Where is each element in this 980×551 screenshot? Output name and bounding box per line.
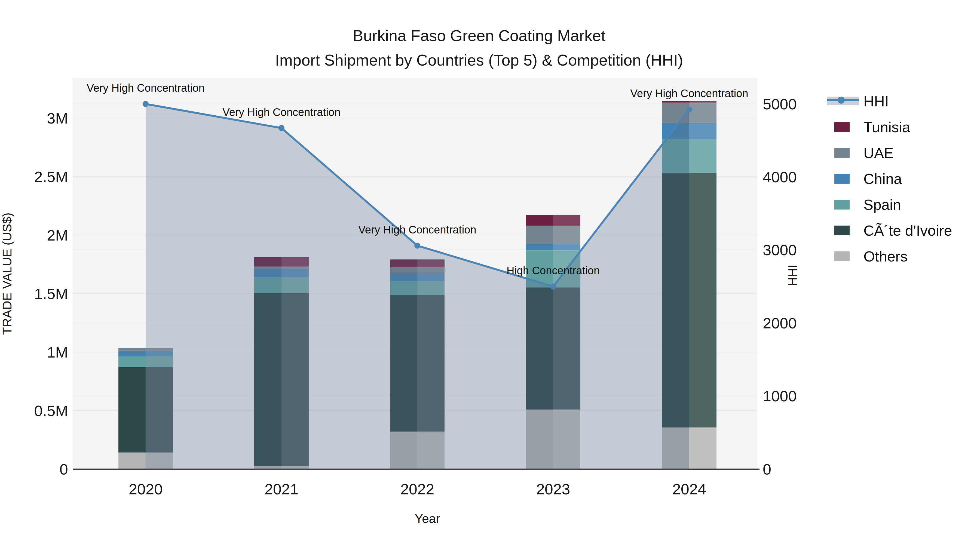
bar-2023-China[interactable] bbox=[526, 245, 581, 251]
y-left-axis-title: TRADE VALUE (US$) bbox=[0, 213, 14, 335]
legend-swatch bbox=[834, 200, 850, 210]
y-right-tick-label: 3000 bbox=[763, 241, 797, 259]
legend-swatch bbox=[834, 174, 850, 184]
y-right-tick-label: 5000 bbox=[763, 95, 797, 113]
y-right-axis-title: HHI bbox=[786, 265, 800, 286]
legend-item-China[interactable]: China bbox=[834, 171, 902, 187]
hhi-point-2020[interactable] bbox=[143, 101, 149, 107]
annotation-2021: Very High Concentration bbox=[223, 106, 340, 118]
y-left-tick-label: 1M bbox=[47, 344, 68, 361]
bar-segment-left bbox=[118, 367, 146, 453]
legend-label: Spain bbox=[864, 197, 901, 213]
bar-segment-left bbox=[526, 215, 553, 226]
legend-item-CÃ´te d'Ivoire[interactable]: CÃ´te d'Ivoire bbox=[834, 222, 952, 239]
x-tick-label-2021: 2021 bbox=[265, 481, 299, 498]
bar-segment-left bbox=[118, 351, 146, 356]
annotation-2023: High Concentration bbox=[507, 265, 600, 276]
legend: HHITunisiaUAEChinaSpainCÃ´te d'IvoireOth… bbox=[827, 93, 952, 265]
y-right-tick-label: 1000 bbox=[763, 387, 797, 405]
bar-segment-right bbox=[689, 139, 716, 173]
legend-label: Tunisia bbox=[864, 119, 911, 135]
bar-2023-UAE[interactable] bbox=[526, 226, 581, 245]
hhi-point-2023[interactable] bbox=[550, 284, 556, 289]
x-tick-label-2020: 2020 bbox=[129, 481, 163, 498]
legend-label: CÃ´te d'Ivoire bbox=[864, 222, 952, 239]
bar-segment-left bbox=[118, 453, 146, 469]
legend-item-Spain[interactable]: Spain bbox=[834, 197, 901, 213]
y-left-tick-label: 3M bbox=[47, 110, 68, 127]
legend-swatch bbox=[834, 251, 850, 261]
legend-swatch bbox=[834, 225, 850, 235]
y-left-tick-label: 0 bbox=[60, 460, 68, 478]
x-tick-label-2022: 2022 bbox=[401, 481, 434, 498]
legend-item-Others[interactable]: Others bbox=[834, 248, 908, 265]
y-left-tick-label: 2M bbox=[47, 227, 68, 244]
y-left-tick-label: 1.5M bbox=[34, 285, 68, 302]
legend-item-Tunisia[interactable]: Tunisia bbox=[834, 119, 911, 135]
bar-segment-right bbox=[689, 103, 716, 123]
bar-segment-right bbox=[689, 101, 716, 103]
y-right-tick-label: 2000 bbox=[763, 314, 797, 332]
bar-segment-right bbox=[689, 123, 716, 139]
hhi-point-2024[interactable] bbox=[686, 106, 692, 113]
legend-label: HHI bbox=[864, 93, 889, 110]
bar-segment-left bbox=[526, 226, 553, 245]
y-left-tick-label: 2.5M bbox=[34, 168, 68, 185]
bar-segment-left bbox=[662, 101, 689, 103]
hhi-point-2022[interactable] bbox=[414, 243, 420, 249]
legend-hhi-marker bbox=[838, 97, 845, 104]
legend-swatch bbox=[834, 148, 850, 158]
hhi-import-chart: Very High ConcentrationVery High Concent… bbox=[0, 0, 980, 551]
legend-label: Others bbox=[864, 248, 908, 265]
x-tick-label-2023: 2023 bbox=[536, 481, 570, 498]
bar-segment-left bbox=[118, 348, 146, 351]
x-tick-label-2024: 2024 bbox=[672, 481, 706, 498]
annotation-2022: Very High Concentration bbox=[358, 224, 476, 236]
annotation-2024: Very High Concentration bbox=[630, 87, 748, 99]
bar-2023-Tunisia[interactable] bbox=[526, 215, 581, 226]
bar-2024-Tunisia[interactable] bbox=[662, 101, 716, 103]
legend-item-HHI[interactable]: HHI bbox=[827, 93, 889, 110]
annotation-2020: Very High Concentration bbox=[87, 82, 205, 94]
legend-swatch bbox=[834, 122, 850, 132]
y-right-tick-label: 0 bbox=[763, 460, 771, 478]
bar-segment-right bbox=[553, 215, 581, 226]
bar-segment-left bbox=[526, 245, 553, 251]
y-right-tick-label: 4000 bbox=[763, 168, 797, 186]
bar-segment-right bbox=[689, 173, 716, 427]
x-axis-title: Year bbox=[415, 511, 440, 526]
legend-label: UAE bbox=[864, 145, 894, 161]
hhi-point-2021[interactable] bbox=[278, 125, 285, 131]
bar-segment-left bbox=[118, 356, 146, 367]
legend-item-UAE[interactable]: UAE bbox=[834, 145, 894, 161]
legend-label: China bbox=[864, 171, 902, 187]
bar-segment-right bbox=[553, 245, 581, 251]
bar-segment-right bbox=[689, 427, 716, 469]
y-left-tick-label: 0.5M bbox=[34, 402, 68, 419]
bar-segment-right bbox=[553, 226, 581, 245]
